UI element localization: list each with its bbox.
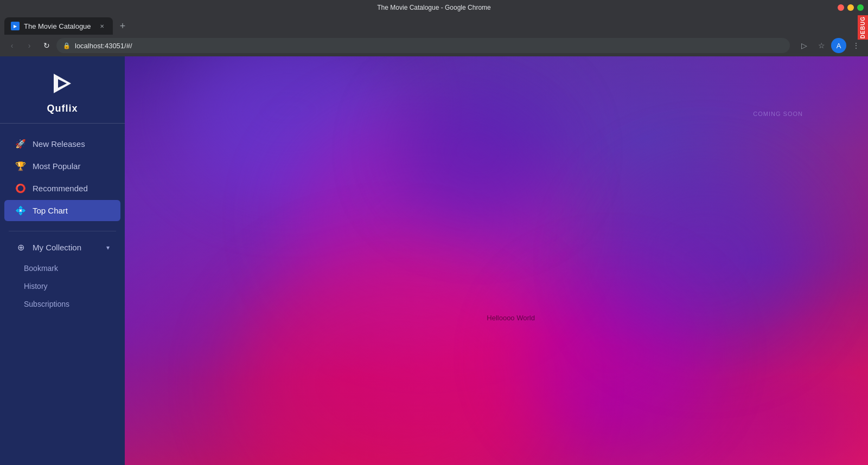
- tab-close-button[interactable]: ✕: [98, 22, 106, 30]
- maximize-window-button[interactable]: [857, 4, 864, 11]
- browser-tab[interactable]: ▶ The Movie Catalogue ✕: [4, 17, 113, 35]
- sidebar-item-most-popular[interactable]: 🏆 Most Popular: [4, 156, 120, 177]
- tab-bar: ▶ The Movie Catalogue ✕ +: [0, 15, 868, 35]
- reload-button[interactable]: ↻: [39, 38, 54, 53]
- hello-world-text: Helloooo World: [487, 314, 535, 322]
- recommended-icon: ⭕: [15, 183, 26, 193]
- new-tab-button[interactable]: +: [115, 18, 130, 34]
- blob-5: [515, 275, 705, 438]
- back-button[interactable]: ‹: [4, 38, 20, 53]
- sidebar-item-top-chart[interactable]: 💠 Top Chart: [4, 200, 120, 221]
- collection-sub-items: Bookmark History Subscriptions: [0, 259, 125, 313]
- logo-area: Quflix: [0, 56, 125, 124]
- tab-title: The Movie Catalogue: [24, 22, 91, 30]
- subscriptions-label: Subscriptions: [24, 300, 69, 308]
- bookmark-label: Bookmark: [24, 264, 58, 273]
- most-popular-icon: 🏆: [15, 161, 26, 171]
- sidebar-item-recommended[interactable]: ⭕ Recommended: [4, 178, 120, 199]
- logo-text: Quflix: [47, 103, 78, 114]
- sidebar-item-history[interactable]: History: [13, 277, 120, 295]
- main-content: COMING SOON Helloooo World: [125, 56, 868, 465]
- close-window-button[interactable]: [838, 4, 844, 11]
- cast-button[interactable]: ▷: [796, 38, 812, 53]
- sidebar-item-subscriptions[interactable]: Subscriptions: [13, 295, 120, 313]
- forward-button[interactable]: ›: [22, 38, 37, 53]
- bookmark-button[interactable]: ☆: [814, 38, 829, 53]
- minimize-window-button[interactable]: [847, 4, 854, 11]
- address-bar[interactable]: 🔒 localhost:43051/#/: [56, 38, 790, 53]
- new-releases-label: New Releases: [33, 139, 85, 148]
- window-controls: [838, 4, 864, 11]
- blob-6: [396, 83, 559, 219]
- my-collection-label: My Collection: [33, 243, 81, 252]
- top-chart-label: Top Chart: [33, 206, 68, 215]
- hero-background: COMING SOON Helloooo World: [125, 56, 868, 465]
- nav-right-controls: ▷ ☆ A ⋮: [796, 38, 864, 53]
- security-icon: 🔒: [63, 42, 71, 49]
- nav-section: 🚀 New Releases 🏆 Most Popular ⭕ Recommen…: [0, 128, 125, 227]
- url-text: localhost:43051/#/: [75, 42, 132, 50]
- profile-avatar[interactable]: A: [831, 38, 846, 53]
- app-logo: [46, 67, 79, 100]
- top-chart-icon: 💠: [15, 205, 26, 216]
- app-content: DEBUG Quflix 🚀 New Releases: [0, 56, 868, 465]
- recommended-label: Recommended: [33, 184, 88, 193]
- most-popular-label: Most Popular: [33, 162, 80, 171]
- sidebar-item-new-releases[interactable]: 🚀 New Releases: [4, 133, 120, 154]
- expand-arrow-icon: ▾: [106, 244, 110, 251]
- my-collection-icon: ⊕: [15, 242, 26, 253]
- title-bar: The Movie Catalogue - Google Chrome: [0, 0, 868, 15]
- new-releases-icon: 🚀: [15, 139, 26, 149]
- sidebar-item-bookmark[interactable]: Bookmark: [13, 260, 120, 277]
- browser-title: The Movie Catalogue - Google Chrome: [377, 4, 490, 11]
- browser-frame: The Movie Catalogue - Google Chrome ▶ Th…: [0, 0, 868, 465]
- coming-soon-text: COMING SOON: [753, 111, 803, 117]
- menu-button[interactable]: ⋮: [848, 38, 864, 53]
- tab-favicon: ▶: [11, 22, 20, 30]
- history-label: History: [24, 282, 48, 290]
- sidebar-item-my-collection[interactable]: ⊕ My Collection ▾: [4, 237, 120, 258]
- sidebar: Quflix 🚀 New Releases 🏆 Most Popular ⭕ R…: [0, 56, 125, 465]
- nav-divider: [9, 231, 116, 231]
- navigation-bar: ‹ › ↻ 🔒 localhost:43051/#/ ▷ ☆ A ⋮: [0, 35, 868, 56]
